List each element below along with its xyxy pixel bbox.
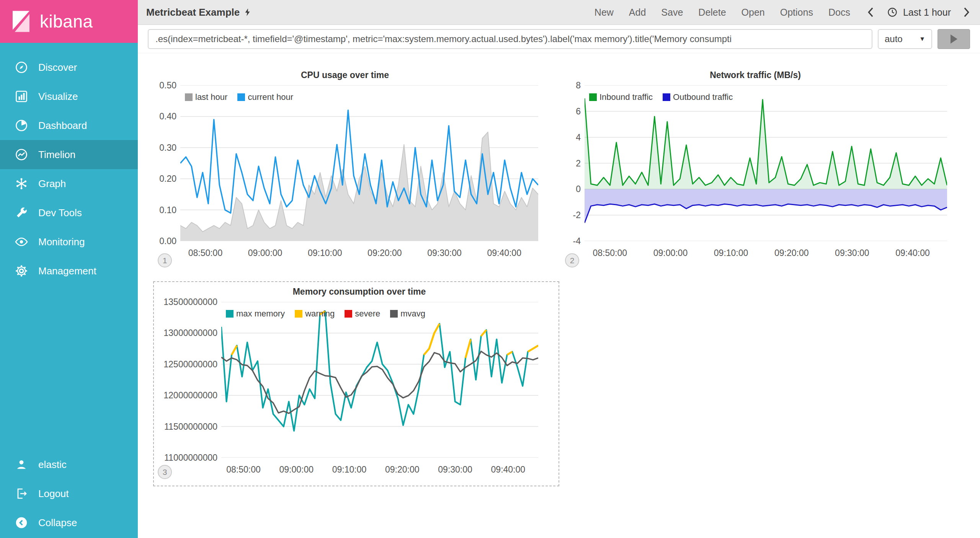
time-range-label[interactable]: Last 1 hour (903, 7, 951, 18)
chart-legend: last hourcurrent hour (185, 92, 293, 102)
sidebar-item-logout[interactable]: Logout (0, 479, 138, 508)
chevron-right-icon[interactable] (962, 7, 970, 18)
x-tick-label: 08:50:00 (188, 248, 223, 258)
legend-label: last hour (195, 92, 227, 102)
y-tick-label: 0.50 (159, 80, 176, 91)
legend-item: Outbound traffic (663, 92, 733, 102)
sidebar-item-label: Timelion (38, 149, 75, 161)
legend-swatch (390, 310, 398, 318)
network-traffic-chart[interactable]: Network traffic (MB/s) 86420-2-4 Inbound… (564, 68, 947, 259)
app-window: kibana Discover Visualize (0, 0, 980, 538)
x-tick-label: 09:00:00 (279, 465, 314, 475)
memory-consumption-chart-selected[interactable]: Memory consumption over time 13500000000… (153, 281, 559, 486)
kibana-logo[interactable]: kibana (0, 0, 138, 43)
cpu-usage-chart[interactable]: CPU usage over time 0.500.400.300.200.10… (152, 68, 538, 259)
plot-area[interactable]: last hourcurrent hour (180, 85, 538, 241)
legend-label: mvavg (400, 309, 425, 319)
x-tick-label: 09:40:00 (895, 248, 930, 258)
x-tick-label: 09:10:00 (332, 465, 367, 475)
x-tick-label: 09:30:00 (835, 248, 869, 258)
bar-chart-icon (15, 90, 28, 103)
menu-options[interactable]: Options (780, 7, 813, 18)
y-tick-label: 11500000000 (164, 421, 217, 432)
menu-docs[interactable]: Docs (828, 7, 850, 18)
y-tick-label: 0.30 (159, 142, 176, 153)
legend-swatch (345, 310, 352, 318)
y-axis: 1350000000013000000000125000000001200000… (160, 302, 221, 458)
y-tick-label: 13000000000 (163, 328, 217, 338)
sidebar-item-dev-tools[interactable]: Dev Tools (0, 198, 138, 227)
sidebar-item-monitoring[interactable]: Monitoring (0, 227, 138, 256)
sidebar-item-label: Graph (38, 178, 66, 190)
y-tick-label: 0.40 (159, 111, 176, 122)
sidebar-item-graph[interactable]: Graph (0, 169, 138, 198)
y-tick-label: 0.20 (159, 174, 176, 184)
legend-item: Inbound traffic (589, 92, 653, 102)
y-tick-label: 4 (576, 132, 581, 142)
chart-badge: 1 (158, 253, 172, 267)
charts-area: CPU usage over time 0.500.400.300.200.10… (138, 53, 980, 538)
legend-swatch (185, 93, 193, 101)
sidebar-bottom: elastic Logout Collapse (0, 450, 138, 538)
kibana-logo-icon (8, 9, 34, 34)
run-expression-button[interactable] (938, 29, 970, 49)
x-tick-label: 09:20:00 (385, 465, 420, 475)
legend-item: severe (345, 309, 380, 319)
x-tick-label: 08:50:00 (226, 465, 261, 475)
menu-add[interactable]: Add (629, 7, 646, 18)
x-tick-label: 09:30:00 (427, 248, 462, 258)
x-tick-label: 09:40:00 (487, 248, 521, 258)
timepicker: Last 1 hour (867, 7, 970, 18)
sidebar-nav: Discover Visualize Dashboard (0, 53, 138, 285)
sidebar-item-management[interactable]: Management (0, 256, 138, 285)
play-icon (951, 34, 957, 44)
plot-area[interactable]: max memorywarningseveremvavg (221, 302, 538, 458)
sidebar-item-timelion[interactable]: Timelion (0, 140, 138, 169)
legend-swatch (226, 310, 234, 318)
chart-badge: 3 (158, 465, 172, 479)
legend-swatch (589, 93, 597, 101)
chart-title: Network traffic (MB/s) (564, 68, 947, 82)
x-tick-label: 09:10:00 (714, 248, 748, 258)
legend-label: Outbound traffic (673, 92, 733, 102)
x-tick-label: 09:20:00 (368, 248, 402, 258)
y-tick-label: 0.10 (159, 205, 176, 215)
sidebar-item-discover[interactable]: Discover (0, 53, 138, 82)
menu-delete[interactable]: Delete (698, 7, 726, 18)
y-tick-label: 8 (576, 80, 581, 91)
interval-select[interactable]: auto ▼ (878, 29, 932, 49)
chevron-left-icon[interactable] (867, 7, 875, 18)
legend-label: current hour (248, 92, 293, 102)
sidebar-item-collapse[interactable]: Collapse (0, 508, 138, 537)
x-tick-label: 09:00:00 (248, 248, 283, 258)
legend-item: last hour (185, 92, 227, 102)
legend-swatch (295, 310, 302, 318)
y-tick-label: -2 (573, 210, 581, 220)
timelion-expression-input[interactable] (148, 29, 872, 49)
sidebar-item-label: Logout (38, 488, 69, 500)
chart-legend: max memorywarningseveremvavg (226, 309, 425, 319)
x-tick-label: 08:50:00 (593, 248, 627, 258)
y-tick-label: 12500000000 (163, 359, 217, 369)
y-axis: 0.500.400.300.200.100.00 (152, 85, 180, 241)
x-tick-label: 09:20:00 (774, 248, 809, 258)
querybar: auto ▼ (138, 25, 980, 53)
y-tick-label: 11000000000 (164, 453, 217, 463)
menu-open[interactable]: Open (742, 7, 765, 18)
legend-label: max memory (236, 309, 285, 319)
sidebar-item-visualize[interactable]: Visualize (0, 82, 138, 111)
menu-save[interactable]: Save (661, 7, 683, 18)
sidebar-item-dashboard[interactable]: Dashboard (0, 111, 138, 140)
legend-label: warning (305, 309, 335, 319)
chart-title: Memory consumption over time (160, 285, 559, 298)
legend-label: severe (355, 309, 380, 319)
gear-icon (15, 264, 28, 278)
y-tick-label: 6 (576, 106, 581, 116)
menu-new[interactable]: New (595, 7, 614, 18)
chart-title: CPU usage over time (152, 68, 538, 82)
collapse-icon (15, 516, 28, 530)
sidebar-item-user-elastic[interactable]: elastic (0, 450, 138, 479)
plot-area[interactable]: Inbound trafficOutbound traffic (585, 85, 947, 241)
sheet-title-text: Metricbeat Example (146, 7, 240, 18)
y-tick-label: -4 (573, 236, 581, 246)
